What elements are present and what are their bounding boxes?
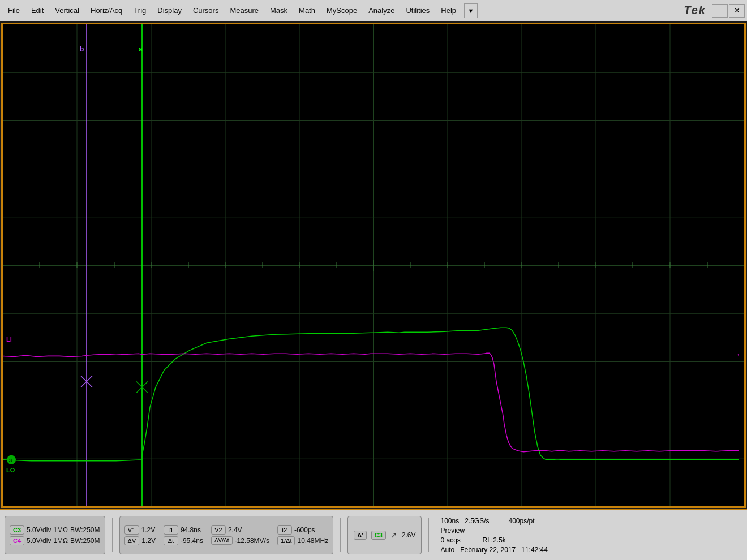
trig-level: 2.6V xyxy=(402,531,416,539)
cursor-measurements-group: V1 1.2V t1 94.8ns V2 2.4V t2 -600ps ΔV xyxy=(119,516,334,554)
ch3-ch4-group: C3 5.0V/div 1MΩ BW:250M C4 5.0V/div 1MΩ … xyxy=(5,516,105,554)
t2-row: t2 -600ps xyxy=(277,525,328,535)
menu-dropdown-button[interactable]: ▼ xyxy=(464,3,478,18)
ch4-badge[interactable]: C4 xyxy=(10,536,24,545)
v1-label: V1 xyxy=(124,525,139,535)
acq-pts-per: 400ps/pt xyxy=(495,517,535,525)
acq-rl: RL:2.5k xyxy=(466,536,506,544)
ch4-bw: BW:250M xyxy=(70,537,100,545)
acq-mode-row: Preview xyxy=(440,527,547,535)
ch3-badge[interactable]: C3 xyxy=(10,525,24,535)
acquisition-group: 100ns 2.5GS/s 400ps/pt Preview 0 acqs RL… xyxy=(436,515,552,556)
scope-container: b a LI LO 3 ← C3 5.0V/div 1MΩ BW:250M xyxy=(0,21,747,560)
brand-logo: Tek xyxy=(679,4,711,17)
svg-text:LI: LI xyxy=(6,336,12,343)
menubar: File Edit Vertical Horiz/Acq Trig Displa… xyxy=(0,0,747,21)
trig-a-label: A' xyxy=(354,531,367,540)
inv-dt-row: 1/Δt 10.48MHz xyxy=(277,536,328,545)
divider3 xyxy=(428,518,429,552)
menu-help[interactable]: Help xyxy=(435,4,462,17)
dvdt-label: ΔV/Δt xyxy=(211,536,233,545)
acq-sample-rate: 2.5GS/s xyxy=(465,517,489,525)
inv-dt-val: 10.48MHz xyxy=(297,537,328,545)
t1-label: t1 xyxy=(164,525,178,535)
divider1 xyxy=(112,518,113,552)
menu-cursors[interactable]: Cursors xyxy=(187,4,225,17)
waveform-canvas: b a LI LO 3 ← xyxy=(3,24,744,506)
dv-val: 1.2V xyxy=(141,537,156,545)
inv-dt-label: 1/Δt xyxy=(277,536,295,545)
acq-date: February 22, 2017 xyxy=(460,546,516,554)
divider2 xyxy=(340,518,341,552)
acq-time: 11:42:44 xyxy=(521,546,548,554)
menu-analyze[interactable]: Analyze xyxy=(363,4,400,17)
dvdt-row: ΔV/Δt -12.58MV/s xyxy=(211,536,269,545)
svg-text:b: b xyxy=(80,45,84,53)
dt-val: -95.4ns xyxy=(181,537,203,545)
menu-file[interactable]: File xyxy=(2,4,25,17)
ch4-vdiv: 5.0V/div xyxy=(27,537,51,545)
menu-trig[interactable]: Trig xyxy=(128,4,152,17)
t2-label: t2 xyxy=(277,525,292,535)
v1-row: V1 1.2V xyxy=(124,525,156,535)
v2-val: 2.4V xyxy=(228,526,242,534)
dv-row: ΔV 1.2V xyxy=(124,536,156,545)
menu-utilities[interactable]: Utilities xyxy=(400,4,435,17)
ch3-impedance: 1MΩ xyxy=(53,526,68,534)
t1-val: 94.8ns xyxy=(181,526,201,534)
menu-myscope[interactable]: MyScope xyxy=(321,4,363,17)
acq-mode2: Auto xyxy=(440,546,454,554)
trigger-group: A' C3 ↗ 2.6V xyxy=(347,516,422,554)
menu-math[interactable]: Math xyxy=(293,4,321,17)
svg-text:3: 3 xyxy=(9,458,12,463)
trig-arrow-icon: ↗ xyxy=(390,531,397,540)
acq-timebase-row: 100ns 2.5GS/s 400ps/pt xyxy=(440,517,547,525)
menu-horiz-acq[interactable]: Horiz/Acq xyxy=(85,4,128,17)
menu-measure[interactable]: Measure xyxy=(224,4,264,17)
close-button[interactable]: ✕ xyxy=(729,4,745,18)
ch3-bw: BW:250M xyxy=(70,526,100,534)
acq-date-row: Auto February 22, 2017 11:42:44 xyxy=(440,546,547,554)
grid-svg: b a LI LO 3 ← xyxy=(3,24,744,506)
trig-ch-badge[interactable]: C3 xyxy=(371,531,386,540)
v2-row: V2 2.4V xyxy=(211,525,269,535)
dv-label: ΔV xyxy=(124,536,140,545)
acq-timebase: 100ns xyxy=(440,517,459,525)
menu-vertical[interactable]: Vertical xyxy=(49,4,85,17)
ch4-row: C4 5.0V/div 1MΩ BW:250M xyxy=(10,536,100,545)
acq-mode: Preview xyxy=(440,527,465,535)
menu-mask[interactable]: Mask xyxy=(264,4,293,17)
dvdt-val: -12.58MV/s xyxy=(235,537,269,545)
svg-text:a: a xyxy=(139,45,143,53)
dt-label: Δt xyxy=(164,536,178,545)
svg-text:LO: LO xyxy=(6,467,15,473)
menu-display[interactable]: Display xyxy=(152,4,187,17)
acq-acqs: 0 acqs xyxy=(440,536,460,544)
svg-text:←: ← xyxy=(736,350,744,359)
ch3-vdiv: 5.0V/div xyxy=(27,526,51,534)
t1-row: t1 94.8ns xyxy=(164,525,203,535)
ch4-impedance: 1MΩ xyxy=(53,537,68,545)
v2-label: V2 xyxy=(211,525,226,535)
t2-val: -600ps xyxy=(294,526,315,534)
statusbar: C3 5.0V/div 1MΩ BW:250M C4 5.0V/div 1MΩ … xyxy=(0,509,747,560)
menu-edit[interactable]: Edit xyxy=(25,4,49,17)
ch3-row: C3 5.0V/div 1MΩ BW:250M xyxy=(10,525,100,535)
dt-row: Δt -95.4ns xyxy=(164,536,203,545)
minimize-button[interactable]: — xyxy=(712,4,728,18)
acq-acqs-row: 0 acqs RL:2.5k xyxy=(440,536,547,544)
v1-val: 1.2V xyxy=(141,526,156,534)
waveform-display[interactable]: b a LI LO 3 ← xyxy=(1,23,746,508)
